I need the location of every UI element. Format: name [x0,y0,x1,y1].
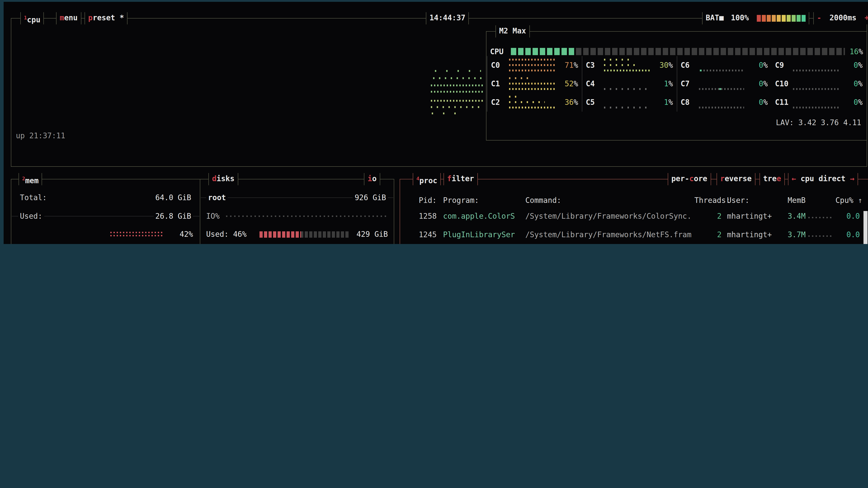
core-percent: 30% [652,61,673,70]
core-label: C3 [586,61,604,70]
process-row[interactable]: 1245 PlugInLibrarySer /System/Library/Fr… [401,225,868,243]
process-user: mhartingt+ [727,230,777,239]
core-grid: C0 71% C3 [487,56,866,111]
battery-block [767,15,771,22]
tab-disks[interactable]: disks [209,173,238,185]
per-core-toggle[interactable]: per-core [668,173,711,185]
graph-row [433,77,482,79]
core-cell: C8 0% [677,93,772,111]
filter-button[interactable]: filter [443,173,477,185]
disk-rows: root 926 GiB IO% [201,188,393,244]
process-mem: 3.7M [777,230,806,239]
menu-button[interactable]: menu [56,12,81,24]
disk-row: IO% [201,207,393,225]
sort-left-arrow[interactable]: ← [792,174,796,183]
reverse-toggle[interactable]: reverse [717,173,755,185]
core-percent: 1% [652,79,673,88]
preset-button[interactable]: preset * [85,12,128,24]
process-command: /System/Library/Frameworks/ColorSync. [525,212,694,221]
graph-row [793,69,839,71]
clock: 14:44:37 [426,12,469,24]
core-graph [509,76,555,92]
disk-used-bar [259,231,350,237]
graph-row [509,77,532,79]
process-user: mhartingt+ [727,212,777,221]
graph-dot [719,88,721,90]
core-percent: 71% [557,61,578,70]
core-label: C8 [681,98,699,107]
mem-row-label: Total: [18,193,49,202]
mem-row: 42% [12,225,199,243]
mem-row-value: 64.0 GiB [153,193,193,202]
disk-io-graph [226,215,388,217]
core-label: C7 [681,79,699,88]
interval-decrease-button[interactable]: - [817,13,822,22]
core-percent: 1% [652,98,673,107]
mem-meter: 42% [110,230,193,238]
core-cell: C3 30% [582,56,677,74]
core-graph [699,58,744,73]
graph-row [604,69,650,71]
mem-rows: Total: 64.0 GiB Used: 26.8 GiB 42% [12,188,199,244]
process-program: PlugInLibrarySer [443,230,520,239]
col-threads: Threads: [694,196,721,205]
core-label: C4 [586,79,604,88]
interval-increase-button[interactable]: + [865,13,868,22]
mem-row: Used: 26.8 GiB [12,207,199,225]
tab-cpu[interactable]: 1cpu [20,12,44,24]
process-row[interactable]: 1258 com.apple.ColorS /System/Library/Fr… [401,207,868,225]
col-cpu: Cpu% [835,196,854,205]
battery-block [772,15,776,22]
core-label: C0 [491,61,509,70]
cpu-core-panel: M2 Max CPU 16% C0 [486,31,867,140]
scrollbar-thumb[interactable] [864,211,868,244]
graph-row [699,88,744,90]
tab-mem[interactable]: 2mem [19,173,42,185]
uptime-label: up 21:37:11 [16,131,65,140]
mem-row-value: 26.8 GiB [153,212,193,220]
sort-right-arrow[interactable]: → [850,174,855,183]
graph-dot [700,69,702,71]
core-label: C10 [775,79,793,88]
sort-column-switcher[interactable]: ← cpu direct → [788,173,858,185]
graph-row [509,96,516,97]
io-mode-toggle[interactable]: io [364,173,380,185]
desktop: 1cpu menu preset * 14:44:37 BAT■ 100% - … [0,0,868,244]
interval-value: 2000ms [830,13,857,22]
cpu-bar-label: CPU [490,47,508,56]
graph-row [604,106,650,108]
process-pid: 1258 [407,212,437,221]
core-cell: C9 0% [772,56,866,74]
core-label: C9 [775,61,793,70]
core-cell: C1 52% [487,74,582,93]
core-percent: 0% [842,61,863,70]
battery-block [802,15,806,22]
cpu-model-title: M2 Max [495,25,530,37]
cpu-box: 1cpu menu preset * 14:44:37 BAT■ 100% - … [11,18,867,167]
core-percent: 0% [747,98,768,107]
battery-meter [757,15,806,22]
core-cell: C2 36% [487,93,582,111]
core-percent: 0% [842,79,863,88]
battery-block [757,15,761,22]
graph-row [509,59,555,60]
process-command: /System/Library/Frameworks/NetFS.fram [525,230,694,239]
graph-row [604,59,629,60]
disk-name: root [206,193,228,202]
process-threads: 2 [694,230,721,239]
core-percent: 0% [842,98,863,107]
process-program: com.apple.ColorS [443,212,520,221]
cpu-usage-bar-fill [511,48,575,55]
core-cell: C5 1% [582,93,677,111]
core-graph [509,95,555,110]
graph-row [509,83,555,84]
tab-proc[interactable]: 4proc [413,173,441,185]
graph-row [793,88,839,90]
sort-direction-icon: ↑ [858,196,862,205]
core-graph [604,58,650,73]
battery-block [762,15,766,22]
graph-row [432,112,463,114]
graph-row [431,85,483,86]
tree-toggle[interactable]: tree [760,173,785,185]
core-graph [793,95,839,110]
